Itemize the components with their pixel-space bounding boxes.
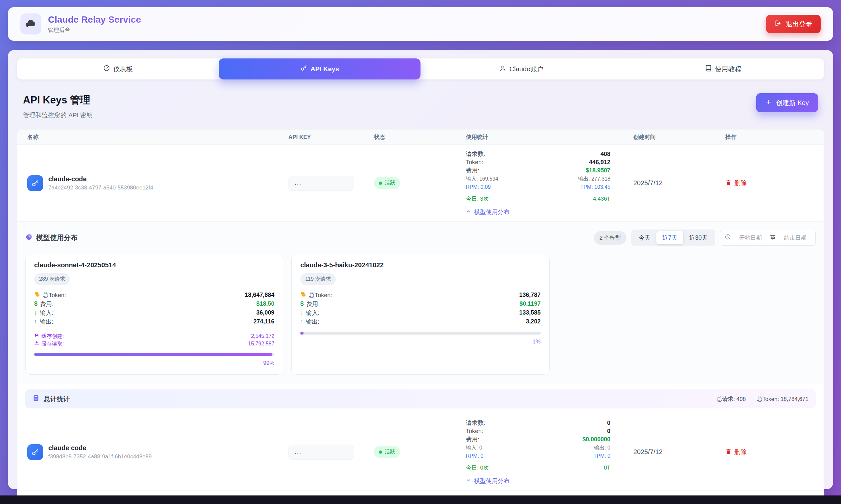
requests-value: 408 xyxy=(600,150,610,158)
cache-create-value: 2,545,172 xyxy=(251,332,274,340)
model-usage-toggle[interactable]: 模型使用分布 xyxy=(466,208,610,216)
col-header-status: 状态 xyxy=(374,133,466,141)
table-row: claude code f398d8b8-7352-4a88-9a1f-6b1e… xyxy=(17,414,824,490)
rpm-value: RPM: 0.09 xyxy=(466,183,491,191)
gauge-icon xyxy=(103,65,110,73)
usage-progress-fill xyxy=(34,353,272,356)
col-header-name: 名称 xyxy=(27,133,288,141)
input-value: 输入: 169,594 xyxy=(466,175,498,183)
logout-button[interactable]: 退出登录 xyxy=(766,15,821,33)
api-keys-table: 名称 API KEY 状态 使用统计 创建时间 操作 claude-code 7… xyxy=(17,129,824,504)
requests-value: 0 xyxy=(607,419,610,427)
model-usage-title: 模型使用分布 xyxy=(25,233,77,242)
totals-tokens: 总Token: 18,784,671 xyxy=(757,395,808,403)
model-input: 36,009 xyxy=(256,309,274,316)
logout-icon xyxy=(775,20,782,29)
key-avatar xyxy=(27,444,43,460)
date-end-placeholder: 结束日期 xyxy=(779,234,811,242)
app-subtitle: 管理后台 xyxy=(48,26,141,34)
calculator-icon xyxy=(33,395,39,403)
key-icon xyxy=(300,65,307,73)
usage-stats: 请求数:408 Token:446,912 费用:$18.9507 输入: 16… xyxy=(466,149,633,217)
col-header-actions: 操作 xyxy=(725,133,824,141)
usage-percent: 1% xyxy=(300,339,540,345)
api-key-masked[interactable]: ... xyxy=(288,176,354,191)
date-range-picker[interactable]: 开始日期 至 结束日期 xyxy=(720,230,816,246)
tab-dashboard[interactable]: 仪表板 xyxy=(17,58,219,79)
col-header-created: 创建时间 xyxy=(633,133,725,141)
token-value: 446,912 xyxy=(589,158,610,166)
usage-progress-fill xyxy=(300,331,303,335)
model-total-token: 18,647,884 xyxy=(245,291,274,299)
coins-icon xyxy=(34,291,40,299)
delete-button[interactable]: 删除 xyxy=(725,448,747,456)
arrow-down-icon: ↓ xyxy=(300,309,303,316)
rpm-value: RPM: 0 xyxy=(466,452,483,460)
today-requests: 今日: 3次 xyxy=(466,195,489,203)
status-dot-icon xyxy=(379,450,382,454)
key-name: claude code xyxy=(48,444,152,452)
arrow-down-icon: ↓ xyxy=(34,309,37,316)
output-value: 输出: 277,318 xyxy=(578,175,610,183)
empty-grid-cell xyxy=(558,254,816,375)
app-title: Claude Relay Service xyxy=(48,15,141,25)
token-value: 0 xyxy=(607,427,610,435)
create-key-button[interactable]: 创建新 Key xyxy=(756,93,818,112)
tab-api-keys[interactable]: API Keys xyxy=(219,58,421,79)
model-total-token: 136,787 xyxy=(520,291,541,299)
date-start-placeholder: 开始日期 xyxy=(735,234,766,242)
input-value: 输入: 0 xyxy=(466,444,482,452)
tpm-value: TPM: 103.45 xyxy=(580,183,610,191)
model-request-count: 289 次请求 xyxy=(34,273,70,285)
page-head: API Keys 管理 管理和监控您的 API 密钥 创建新 Key xyxy=(23,93,818,120)
model-output: 3,202 xyxy=(526,318,541,325)
date-separator: 至 xyxy=(770,234,776,242)
totals-label: 总计统计 xyxy=(44,395,70,403)
tab-bar: 仪表板 API Keys Claude账户 使用教程 xyxy=(17,58,824,79)
model-cost: $18.50 xyxy=(256,301,274,307)
col-header-apikey: API KEY xyxy=(288,134,374,141)
cloud-logo xyxy=(20,14,41,35)
bottom-bar xyxy=(0,496,841,504)
status-badge: 活跃 xyxy=(374,446,400,458)
arrow-up-icon: ↑ xyxy=(34,318,37,325)
model-output: 274,116 xyxy=(253,318,274,325)
range-30d[interactable]: 近30天 xyxy=(683,231,714,244)
created-date: 2025/7/12 xyxy=(633,179,725,187)
download-icon xyxy=(34,340,39,347)
range-today[interactable]: 今天 xyxy=(633,231,656,244)
today-requests: 今日: 0次 xyxy=(466,464,489,472)
range-7d[interactable]: 近7天 xyxy=(656,231,683,244)
key-id: f398d8b8-7352-4a88-9a1f-6b1e0c4d8e89 xyxy=(48,453,152,460)
model-usage-toggle[interactable]: 模型使用分布 xyxy=(466,477,610,485)
user-icon xyxy=(500,65,506,73)
chevron-up-icon xyxy=(466,209,471,216)
output-value: 输出: 0 xyxy=(594,444,610,452)
app-logo-group: Claude Relay Service 管理后台 xyxy=(20,14,141,35)
model-request-count: 119 次请求 xyxy=(300,273,336,285)
key-name: claude-code xyxy=(48,175,153,183)
created-date: 2025/7/12 xyxy=(633,448,725,456)
model-cards-grid: claude-sonnet-4-20250514 289 次请求 总Token:… xyxy=(25,254,816,375)
key-id: 7a4e2492-3c38-4797-a540-553980ee12f4 xyxy=(48,184,153,191)
cost-value: $0.000000 xyxy=(582,435,610,444)
save-disk-icon xyxy=(34,332,39,340)
model-card: claude-sonnet-4-20250514 289 次请求 总Token:… xyxy=(25,254,283,375)
table-header-row: 名称 API KEY 状态 使用统计 创建时间 操作 xyxy=(17,130,824,145)
main-panel: 仪表板 API Keys Claude账户 使用教程 API Keys 管理 管… xyxy=(8,50,833,489)
tab-claude-accounts[interactable]: Claude账户 xyxy=(421,58,622,79)
totals-requests: 总请求: 408 xyxy=(717,395,746,403)
status-dot-icon xyxy=(379,182,382,185)
page-subtitle: 管理和监控您的 API 密钥 xyxy=(23,111,93,120)
today-tokens: 0T xyxy=(604,464,610,472)
app-header: Claude Relay Service 管理后台 退出登录 xyxy=(8,7,833,41)
page-title: API Keys 管理 xyxy=(23,93,93,107)
model-name: claude-sonnet-4-20250514 xyxy=(34,262,274,269)
cache-read-value: 15,792,587 xyxy=(248,340,274,347)
model-usage-section: 模型使用分布 2 个模型 今天 近7天 近30天 开始日期 至 xyxy=(17,222,824,384)
delete-button[interactable]: 删除 xyxy=(725,179,747,187)
api-key-masked[interactable]: ... xyxy=(288,445,354,460)
key-avatar xyxy=(27,175,43,191)
trash-icon xyxy=(725,448,732,456)
tab-tutorial[interactable]: 使用教程 xyxy=(622,58,824,79)
